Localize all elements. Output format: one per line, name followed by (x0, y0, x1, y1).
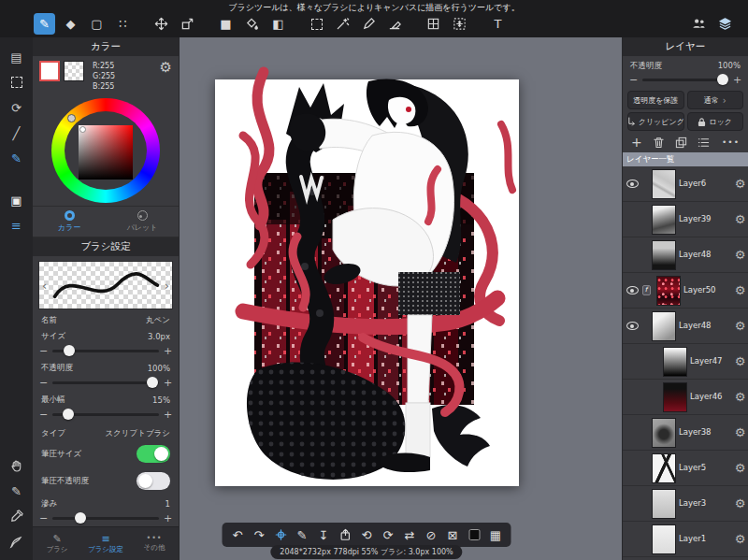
canvas[interactable] (215, 79, 519, 486)
pen-button[interactable]: ✎ (292, 524, 313, 546)
size-plus-icon[interactable]: + (164, 346, 172, 356)
saturation-value-square[interactable] (79, 125, 133, 179)
dot-tool-button[interactable]: ∷ (112, 13, 134, 35)
material-button[interactable] (464, 524, 485, 546)
community-button[interactable] (688, 13, 710, 35)
color-wheel[interactable] (51, 98, 160, 203)
tone-button[interactable]: ▣ (7, 190, 27, 210)
layer-thumbnail[interactable] (652, 205, 676, 235)
size-minus-icon[interactable]: − (39, 346, 48, 356)
hide-selection-button[interactable]: ⊘ (421, 524, 442, 546)
protect-alpha-button[interactable]: 透明度を保護 (627, 91, 684, 109)
size-slider[interactable]: − + (33, 343, 179, 359)
layer-thumbnail[interactable] (663, 347, 687, 377)
flip-button[interactable]: ⇄ (399, 524, 421, 546)
layer-thumbnail[interactable] (652, 418, 676, 448)
layer-opacity-slider[interactable]: − + (623, 72, 748, 88)
redo-button[interactable]: ↷ (249, 524, 270, 546)
layer-opacity-slider-knob[interactable] (717, 74, 728, 85)
select-rect-tool-button[interactable] (306, 13, 327, 35)
snap-brush-button[interactable]: ✎ (7, 148, 27, 168)
layer-thumbnail[interactable] (652, 311, 676, 341)
rotate-ccw-button[interactable]: ⟲ (356, 524, 378, 546)
layer-settings-gear-icon[interactable]: ⚙ (732, 213, 748, 225)
materials-button[interactable]: ≡ (7, 215, 27, 236)
min-width-slider-knob[interactable] (63, 409, 74, 420)
pages-button[interactable]: ▤ (7, 47, 27, 67)
pressure-opacity-toggle[interactable] (137, 472, 170, 490)
layer-list-button[interactable] (698, 136, 710, 149)
size-slider-knob[interactable] (64, 345, 75, 356)
undo-button[interactable]: ↶ (227, 524, 249, 546)
layer-opacity-minus-icon[interactable]: − (629, 75, 638, 85)
pressure-size-toggle[interactable] (137, 445, 170, 463)
ruler-button[interactable]: ╱ (7, 122, 27, 143)
layer-settings-gear-icon[interactable]: ⚙ (732, 426, 748, 438)
layer-settings-gear-icon[interactable]: ⚙ (732, 320, 748, 332)
clipping-button[interactable]: クリッピング (627, 112, 684, 131)
transform-tool-button[interactable] (177, 13, 198, 35)
opacity-slider-track[interactable] (52, 381, 159, 384)
brush-edge-button[interactable] (7, 531, 27, 552)
selection-button[interactable] (7, 72, 27, 93)
duplicate-layer-button[interactable] (675, 136, 687, 149)
bleed-slider-knob[interactable] (75, 512, 86, 524)
layer-row[interactable]: Layer48 ⚙ (623, 237, 748, 273)
wand-select-tool-button[interactable] (332, 13, 353, 35)
layer-settings-gear-icon[interactable]: ⚙ (732, 178, 748, 190)
min-width-slider-track[interactable] (52, 413, 159, 416)
layer-thumbnail[interactable] (652, 169, 676, 199)
add-layer-button[interactable]: + (631, 136, 642, 149)
tab-color[interactable]: カラー (33, 207, 106, 237)
delete-layer-button[interactable] (653, 136, 665, 149)
save-button[interactable]: ↧ (313, 524, 335, 546)
visibility-eye-icon[interactable] (626, 179, 639, 188)
layer-row[interactable]: Layer47 ⚙ (623, 344, 748, 380)
layer-row[interactable]: Layer5 ⚙ (623, 451, 748, 486)
snap-button[interactable] (270, 524, 292, 546)
min-width-plus-icon[interactable]: + (164, 409, 172, 420)
layer-thumbnail[interactable] (656, 276, 681, 306)
layer-settings-gear-icon[interactable]: ⚙ (732, 249, 748, 261)
bleed-slider[interactable]: − + (33, 510, 179, 526)
layer-thumbnail[interactable] (652, 524, 676, 554)
layer-row[interactable]: Layer6 ⚙ (623, 166, 748, 202)
opacity-slider[interactable]: − + (33, 375, 179, 391)
eyedropper-button[interactable] (7, 506, 27, 526)
fill-rect-tool-button[interactable]: ■ (215, 13, 237, 35)
bleed-plus-icon[interactable]: + (164, 513, 172, 524)
opacity-slider-knob[interactable] (147, 377, 158, 388)
layer-settings-gear-icon[interactable]: ⚙ (732, 497, 748, 510)
layer-row[interactable]: Layer46 ⚙ (623, 380, 748, 415)
layer-thumbnail[interactable] (652, 453, 676, 483)
layer-thumbnail[interactable] (652, 240, 676, 270)
lock-button[interactable]: ロック (687, 112, 744, 131)
hand-tool-button[interactable] (7, 455, 27, 476)
layer-settings-gear-icon[interactable]: ⚙ (732, 462, 748, 474)
blend-mode-button[interactable]: 通常› (687, 91, 744, 109)
layer-settings-gear-icon[interactable]: ⚙ (732, 533, 748, 545)
layer-opacity-plus-icon[interactable]: + (733, 75, 741, 85)
tab-brush-settings[interactable]: ≡ブラシ設定 (81, 527, 130, 560)
gradient-tool-button[interactable]: ◧ (267, 13, 289, 35)
tab-palette[interactable]: パレット (106, 207, 179, 237)
tab-other[interactable]: •••その他 (130, 527, 179, 560)
color-settings-gear-icon[interactable]: ⚙ (160, 61, 172, 75)
eraser-select-tool-button[interactable] (384, 13, 406, 35)
select-move-tool-button[interactable] (449, 13, 470, 35)
tab-brush[interactable]: ✎ブラシ (33, 527, 81, 560)
panel-divide-tool-button[interactable] (423, 13, 444, 35)
visibility-eye-icon[interactable] (626, 322, 639, 330)
layer-row[interactable]: f Layer50 ⚙ (623, 273, 748, 309)
next-brush-arrow[interactable]: › (165, 279, 169, 291)
grid-button[interactable]: ▦ (485, 524, 507, 546)
layer-thumbnail[interactable] (663, 382, 687, 412)
layer-row[interactable]: Layer3 ⚙ (623, 486, 748, 522)
pen-select-tool-button[interactable] (358, 13, 380, 35)
hue-cursor[interactable] (67, 114, 76, 122)
sv-cursor[interactable] (79, 126, 86, 133)
size-slider-track[interactable] (52, 350, 159, 352)
prev-brush-arrow[interactable]: ‹ (42, 279, 47, 291)
layer-row[interactable]: Layer48 ⚙ (623, 309, 748, 344)
secondary-color-swatch[interactable] (64, 61, 84, 81)
